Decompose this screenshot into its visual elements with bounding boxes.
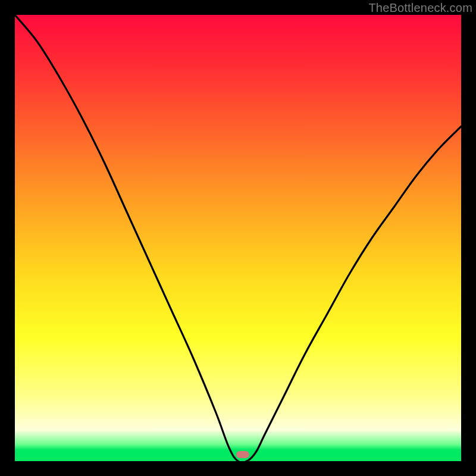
watermark-text: TheBottleneck.com (368, 1, 472, 15)
optimal-marker (236, 451, 249, 458)
plot-area (15, 15, 461, 461)
bottleneck-curve (15, 15, 461, 461)
chart-stage: TheBottleneck.com (0, 0, 476, 476)
